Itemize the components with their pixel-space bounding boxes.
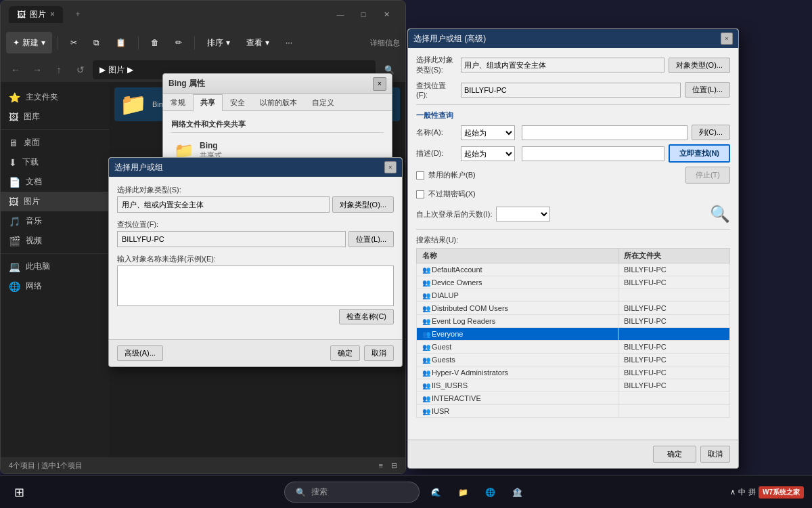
up-arrow-icon[interactable]: ∧ xyxy=(730,488,736,496)
adv-type-input[interactable] xyxy=(461,58,664,72)
sidebar-item-pictures[interactable]: 🖼 图片 xyxy=(1,192,109,211)
toolbar-separator xyxy=(58,36,58,49)
sidebar-item-documents[interactable]: 📄 文档 xyxy=(1,172,109,192)
paste-button[interactable]: 📋 xyxy=(109,32,133,54)
find-now-button[interactable]: 立即查找(N) xyxy=(669,144,730,163)
sidebar-item-music[interactable]: 🎵 音乐 xyxy=(1,211,109,231)
name-textarea[interactable] xyxy=(117,266,394,306)
minimize-button[interactable]: — xyxy=(330,6,351,22)
table-row[interactable]: 👥Event Log ReadersBILLYFU-PC xyxy=(417,315,730,328)
noexpire-checkbox[interactable] xyxy=(416,190,424,198)
stop-button[interactable]: 停止(T) xyxy=(685,167,730,184)
adv-location-input[interactable] xyxy=(461,83,681,98)
table-row[interactable]: 👥DIALUP xyxy=(417,289,730,302)
sidebar-item-downloads[interactable]: ⬇ 下载 xyxy=(1,152,109,172)
table-row[interactable]: 👥IIS_IUSRSBILLYFU-PC xyxy=(417,379,730,392)
ime-zh[interactable]: 中 xyxy=(738,487,746,497)
taskbar-icon-folder[interactable]: 📁 xyxy=(452,482,474,503)
refresh-button[interactable]: ↺ xyxy=(71,60,90,79)
sidebar-item-videos[interactable]: 🎬 视频 xyxy=(1,231,109,251)
days-select[interactable] xyxy=(496,207,550,221)
ime-pinyin[interactable]: 拼 xyxy=(748,487,756,497)
maximize-button[interactable]: □ xyxy=(353,6,374,22)
column-button[interactable]: 列(C)... xyxy=(692,125,730,140)
sidebar-item-network[interactable]: 🌐 网络 xyxy=(1,276,109,296)
table-row[interactable]: 👥IUSR xyxy=(417,405,730,418)
disabled-accounts-checkbox[interactable] xyxy=(416,171,424,179)
tab-previous-versions[interactable]: 以前的版本 xyxy=(252,94,304,110)
tab-customize[interactable]: 自定义 xyxy=(304,94,342,110)
adv-type-label: 选择此对象类型(S): xyxy=(416,55,457,75)
tab-close-icon[interactable]: × xyxy=(50,9,55,19)
tab-sharing[interactable]: 共享 xyxy=(193,94,223,111)
object-type-button[interactable]: 对象类型(O)... xyxy=(332,196,394,213)
sidebar-label-videos: 视频 xyxy=(26,235,42,247)
name-filter-input[interactable] xyxy=(522,125,687,140)
view-toggle[interactable]: ≡ xyxy=(379,461,383,469)
location-input[interactable] xyxy=(117,231,346,247)
sidebar-label-gallery: 图库 xyxy=(24,111,40,123)
taskbar-icon-wave[interactable]: 🌊 xyxy=(425,482,447,503)
search-decorative-icon: 🔍 xyxy=(710,205,730,223)
advanced-close[interactable]: × xyxy=(721,33,733,45)
tab-security[interactable]: 安全 xyxy=(223,94,252,110)
rename-button[interactable]: ✏ xyxy=(168,32,189,54)
back-button[interactable]: ← xyxy=(6,60,25,79)
sidebar-item-home[interactable]: ⭐ 主文件夹 xyxy=(1,87,109,107)
detail-toggle[interactable]: ⊟ xyxy=(391,461,397,470)
explorer-tab[interactable]: 🖼 图片 × xyxy=(9,6,63,23)
tab-label: 图片 xyxy=(30,9,46,20)
tab-new-button[interactable]: + xyxy=(68,5,87,24)
start-button[interactable]: ⊞ xyxy=(5,479,32,506)
advanced-button[interactable]: 高级(A)... xyxy=(117,345,163,361)
adv-location-button[interactable]: 位置(L)... xyxy=(685,82,730,98)
advanced-body: 选择此对象类型(S): 对象类型(O)... 查找位置(F): 位置(L)...… xyxy=(408,48,738,440)
taskbar-search-box[interactable]: 🔍 搜索 xyxy=(284,482,420,503)
adv-type-button[interactable]: 对象类型(O)... xyxy=(669,58,730,73)
desc-filter-input[interactable] xyxy=(522,146,664,161)
advanced-ok-button[interactable]: 确定 xyxy=(653,446,696,463)
select-user-body: 选择此对象类型(S): 对象类型(O)... 查找位置(F): 位置(L)...… xyxy=(109,177,402,339)
sidebar-item-gallery[interactable]: 🖼 图库 xyxy=(1,107,109,127)
table-row[interactable]: 👥Distributed COM UsersBILLYFU-PC xyxy=(417,302,730,315)
check-names-button[interactable]: 检查名称(C) xyxy=(339,309,394,324)
object-type-input[interactable] xyxy=(117,196,330,213)
sort-label: 排序 xyxy=(207,37,223,49)
table-row[interactable]: 👥GuestBILLYFU-PC xyxy=(417,341,730,354)
cut-button[interactable]: ✂ xyxy=(64,32,84,54)
details-panel-button[interactable]: 详细信息 xyxy=(370,38,400,48)
sidebar-label-home: 主文件夹 xyxy=(26,91,58,103)
advanced-cancel-button[interactable]: 取消 xyxy=(700,446,730,463)
new-button[interactable]: ✦新建▾ xyxy=(6,32,52,54)
table-row[interactable]: 👥Hyper-V AdministratorsBILLYFU-PC xyxy=(417,366,730,379)
taskbar-icon-store[interactable]: 🏦 xyxy=(506,482,528,503)
toolbar-separator3 xyxy=(194,36,195,49)
select-user-close[interactable]: × xyxy=(384,161,397,173)
copy-button[interactable]: ⧉ xyxy=(87,32,106,54)
more-button[interactable]: ··· xyxy=(279,32,299,54)
table-row[interactable]: 👥Everyone xyxy=(417,328,730,341)
location-button[interactable]: 位置(L)... xyxy=(348,231,394,247)
name-filter-select[interactable]: 起始为 xyxy=(461,125,515,140)
sidebar-label-thispc: 此电脑 xyxy=(26,261,50,272)
taskbar-icon-browser[interactable]: 🌐 xyxy=(479,482,501,503)
sidebar-item-thispc[interactable]: 💻 此电脑 xyxy=(1,257,109,276)
close-button[interactable]: ✕ xyxy=(376,6,397,22)
advanced-titlebar: 选择用户或组 (高级) × xyxy=(408,29,738,48)
select-user-cancel[interactable]: 取消 xyxy=(364,345,394,361)
table-row[interactable]: 👥INTERACTIVE xyxy=(417,392,730,405)
table-row[interactable]: 👥DefaultAccountBILLYFU-PC xyxy=(417,263,730,276)
table-row[interactable]: 👥Device OwnersBILLYFU-PC xyxy=(417,276,730,289)
sidebar-item-desktop[interactable]: 🖥 桌面 xyxy=(1,133,109,152)
view-button[interactable]: 查看 ▾ xyxy=(240,32,276,54)
table-row[interactable]: 👥GuestsBILLYFU-PC xyxy=(417,354,730,366)
up-button[interactable]: ↑ xyxy=(49,60,68,79)
delete-button[interactable]: 🗑 xyxy=(144,32,166,54)
select-user-ok[interactable]: 确定 xyxy=(330,345,360,361)
desc-filter-select[interactable]: 起始为 xyxy=(461,146,515,161)
tab-general[interactable]: 常规 xyxy=(163,94,193,110)
bing-dialog-close[interactable]: × xyxy=(373,77,386,91)
sort-button[interactable]: 排序 ▾ xyxy=(200,32,237,54)
downloads-icon: ⬇ xyxy=(9,157,17,168)
forward-button[interactable]: → xyxy=(28,60,47,79)
